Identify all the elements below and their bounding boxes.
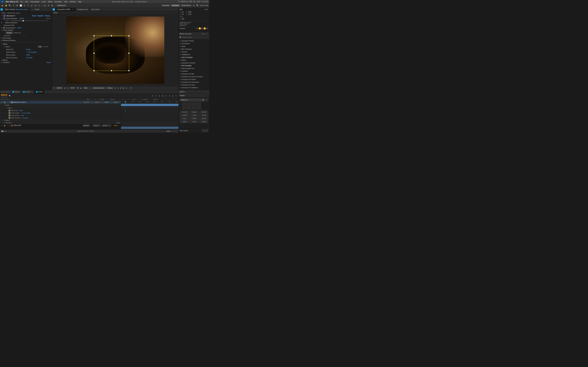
effects-item-12[interactable]: ▶FxFactory Pro Blur <box>179 73 209 75</box>
comp-icon-2[interactable]: ⊟ <box>117 87 119 89</box>
effects-search-input[interactable] <box>182 37 208 38</box>
transform-collapse[interactable]: ▶ <box>1 62 2 63</box>
menu-effect[interactable]: Effect <box>48 1 52 3</box>
comp-snap-icon[interactable]: ⊞ <box>64 87 66 89</box>
transform-tl-reset[interactable]: Reset <box>117 122 120 124</box>
layer-row-1[interactable]: 👁 ⊙ 🔒 1 ▼ Adjustment Layer 1 Norma <box>0 101 121 104</box>
preview-play[interactable]: ▶ <box>201 27 203 30</box>
effects-item-9[interactable]: ▶Film Emulation <box>179 64 209 67</box>
zoom-dropdown[interactable]: 100% ▾ <box>56 87 63 89</box>
motion-btn-excite[interactable]: +EXCITE <box>180 111 189 113</box>
mask-feather-value[interactable]: 0.0,0.0 pixels <box>28 51 37 53</box>
noise-reduce-slider[interactable] <box>11 20 48 21</box>
tl-btn-3[interactable]: ⊠ <box>158 94 161 97</box>
effects-item-7[interactable]: ▶Distort <box>179 59 209 61</box>
timeline-ruler[interactable]: 0050010001500200025003000350040004500500 <box>121 101 179 104</box>
layer-2-lock[interactable]: 🔒 <box>4 125 6 126</box>
sample-button[interactable]: Sample <box>6 32 13 34</box>
layer-2-track[interactable] <box>121 126 179 129</box>
tl-btn-2[interactable]: ⊟ <box>154 94 157 97</box>
tab-composition-c0001[interactable]: Composition C0001 ✕ <box>55 8 76 11</box>
tab-render-queue[interactable]: Render Queue <box>1 91 10 93</box>
layer-1-eye[interactable]: 👁 <box>1 101 2 103</box>
menu-window[interactable]: Window <box>70 1 76 3</box>
motion-btn-blend[interactable]: +BLEND <box>189 111 199 113</box>
menu-composition[interactable]: Composition <box>30 1 40 3</box>
motion-btn-warp[interactable]: +WARP <box>180 120 189 123</box>
l-slot-2[interactable] <box>187 106 191 109</box>
tool-eraser[interactable]: ◻ <box>38 4 41 7</box>
motion-btn-spin[interactable]: +SPIN <box>189 120 199 123</box>
mask-path-shape[interactable]: Shape... <box>19 110 24 111</box>
enhancement-collapse[interactable]: ▶ <box>1 27 2 29</box>
l-slot-3[interactable] <box>192 106 196 109</box>
workspace-small-screen[interactable]: Small Screen <box>180 4 192 7</box>
menu-help[interactable]: Help <box>78 1 81 3</box>
tool-select[interactable]: ▶ <box>1 4 4 7</box>
r-slot-2[interactable] <box>187 103 191 106</box>
tool-pen[interactable]: ✒ <box>23 4 26 7</box>
effects-item-4[interactable]: ▶Channel <box>179 50 209 53</box>
tab-effect-controls[interactable]: Effect Controls Adjustment Layer 1 <box>3 8 30 11</box>
effects-item-2[interactable]: ▶Audio <box>179 45 209 48</box>
effects-item-10[interactable]: ▶francois-tarlier.com <box>179 67 209 70</box>
effects-panel-menu[interactable]: ≡ <box>206 33 208 35</box>
transform-tl-expand[interactable]: ▶ <box>4 122 6 124</box>
motion-btn-null[interactable]: +NULL <box>180 117 189 120</box>
preview-step-fwd[interactable]: ⏩ <box>204 27 206 30</box>
tl-btn-8[interactable]: ⊖ <box>174 94 178 97</box>
workspace-standard[interactable]: Standard <box>171 4 180 7</box>
denoiser-register-btn[interactable]: Register <box>38 15 44 17</box>
tool-paint[interactable]: 🖌 <box>30 4 33 7</box>
tab-comp1[interactable]: Comp 1 <box>11 90 22 94</box>
denoiser-about-btn[interactable]: About... <box>45 15 51 17</box>
effects-item-3[interactable]: ▶Blur & Sharpen <box>179 48 209 50</box>
comp-grid-icon[interactable]: ⊟ <box>66 87 69 89</box>
motion-est-collapse[interactable]: ▶ <box>1 22 2 23</box>
layer-2-parent-dropdown[interactable]: None ▾ <box>102 125 111 127</box>
effects-item-1[interactable]: ▶3D Channel <box>179 42 209 45</box>
effects-item-6[interactable]: ▶Color Correction <box>179 56 209 59</box>
tab-layer-none[interactable]: Layer (none) <box>89 8 101 11</box>
tool-clone[interactable]: ⊕ <box>34 4 37 7</box>
status-icon-3[interactable]: ⊕ <box>5 130 6 132</box>
layer-1-track[interactable] <box>121 104 179 107</box>
effects-tl-expand[interactable]: ▶ <box>4 119 6 121</box>
preview-end[interactable]: ⏭ <box>207 27 208 30</box>
tool-text[interactable]: T <box>27 4 30 7</box>
denoiser-reset-btn[interactable]: Reset <box>32 15 36 17</box>
tool-align2[interactable]: ⊟ <box>47 4 50 7</box>
effects-item-11[interactable]: ▶Frischluft <box>179 70 209 73</box>
mask-expansion-value[interactable]: 0.0 pixels <box>26 57 33 58</box>
effects-item-0[interactable]: ▶Animation Presets <box>179 40 209 42</box>
r-slot-3[interactable] <box>192 103 196 106</box>
tl-btn-4[interactable]: ◉ <box>161 94 164 97</box>
tl-btn-1[interactable]: ⊞ <box>151 94 154 97</box>
camera-dropdown[interactable]: Active Camera ▾ <box>93 87 105 89</box>
tool-distribute[interactable]: ⊠ <box>51 4 54 7</box>
timeline-zoom-out[interactable]: – <box>165 130 166 132</box>
layer-1-solo[interactable]: ⊙ <box>2 101 3 103</box>
tool-shape[interactable]: ⬜ <box>19 4 22 7</box>
advanced-settings-collapse[interactable]: ▶ <box>1 40 2 41</box>
mask1-expand[interactable]: ▼ <box>6 107 8 109</box>
effects-item-17[interactable]: ▶FxFactory Pro Halftones <box>179 86 209 89</box>
status-icon-2[interactable]: ▶ <box>3 130 5 132</box>
menu-edit[interactable]: Edit <box>25 1 28 3</box>
layer-1-mode-dropdown[interactable]: Normal ▾ <box>83 101 90 103</box>
fine-tuning-collapse[interactable]: ▶ <box>1 37 2 39</box>
composition-viewport[interactable] <box>52 14 179 86</box>
layer-2-trkmat-dropdown[interactable]: None ▾ <box>93 125 100 127</box>
mask1-collapse[interactable]: ▼ <box>4 46 5 47</box>
layer-2-solo[interactable]: ⊙ <box>2 125 3 126</box>
comp-play-icon[interactable]: ▶ <box>80 87 82 89</box>
tl-btn-5[interactable]: ⊕ <box>164 94 167 97</box>
menu-layer[interactable]: Layer <box>42 1 46 3</box>
layer-1-lock[interactable]: 🔒 <box>4 101 6 103</box>
motion-btn-burst[interactable]: +BURST <box>199 111 208 113</box>
snapping-toggle[interactable]: Snapping ⊞ <box>56 4 67 7</box>
motion-slot-1[interactable]: ▾ <box>205 98 208 101</box>
tl-btn-6[interactable]: ⊛ <box>168 94 171 97</box>
motion-version-select[interactable]: Motion v2 <box>180 99 205 101</box>
mask-opacity-tl-value[interactable]: 100% <box>21 115 24 116</box>
